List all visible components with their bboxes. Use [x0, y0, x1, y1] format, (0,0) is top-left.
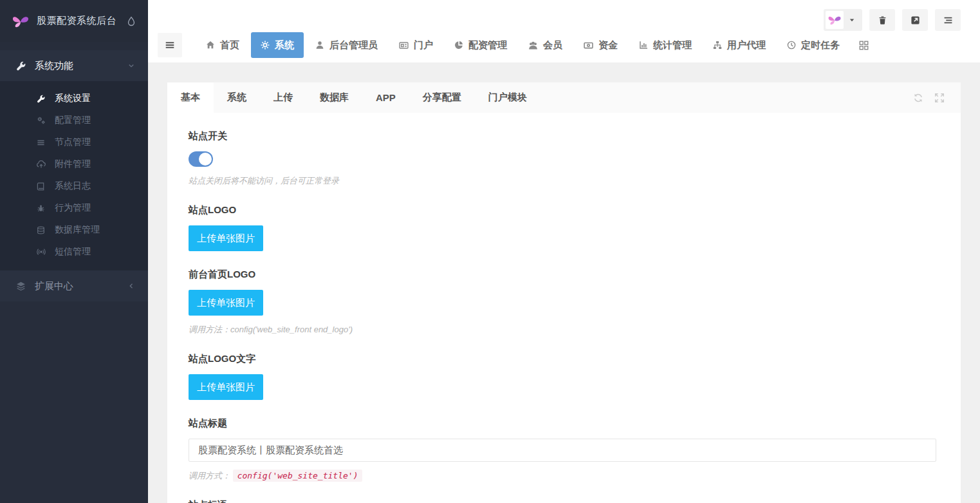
- brand-logo-icon: [12, 14, 30, 29]
- nav-item-agents[interactable]: 用户代理: [703, 32, 775, 58]
- help-prefix: 调用方式：: [189, 471, 230, 480]
- toggle-knob: [199, 153, 212, 166]
- field-label: 站点LOGO: [189, 204, 936, 216]
- field-help: 调用方式： config('web_site_title'): [189, 470, 936, 482]
- sidebar-item-label: 系统日志: [55, 180, 91, 192]
- sidebar-item-label: 系统设置: [55, 93, 91, 104]
- nav-item-label: 门户: [414, 39, 433, 52]
- field-help: 调用方法：config('web_site_front end_logo'): [189, 324, 936, 336]
- user-menu-button[interactable]: [824, 9, 862, 31]
- book-icon: [36, 182, 46, 191]
- sidebar-item-label: 节点管理: [55, 137, 91, 148]
- nav-more-grid-button[interactable]: [851, 32, 876, 58]
- settings-tabs: 基本 系统 上传 数据库 APP 分享配置 门户模块: [167, 82, 961, 113]
- sidebar-item-label: 短信管理: [55, 246, 91, 258]
- sidebar-group-extend[interactable]: 扩展中心: [0, 270, 148, 301]
- main-area: 首页 系统 后台管理员 门户 配资管理: [148, 0, 980, 503]
- tab-app[interactable]: APP: [362, 82, 409, 113]
- nav-item-members[interactable]: 会员: [519, 32, 572, 58]
- nav-item-system[interactable]: 系统: [251, 32, 304, 58]
- sidebar-item-nodes[interactable]: 节点管理: [0, 131, 148, 153]
- fullscreen-icon[interactable]: [934, 93, 945, 103]
- pie-chart-icon: [454, 41, 463, 50]
- basic-settings-form: 站点开关 站点关闭后将不能访问，后台可正常登录 站点LOGO 上传单张图片 前台…: [167, 113, 961, 503]
- nav-item-label: 资金: [598, 39, 618, 52]
- page-content: 基本 系统 上传 数据库 APP 分享配置 门户模块 站点开关: [148, 62, 980, 503]
- sidebar-item-label: 数据库管理: [55, 224, 100, 236]
- sidebar-toggle-button[interactable]: [158, 33, 182, 57]
- chevron-left-icon: [127, 282, 135, 290]
- field-label: 站点LOGO文字: [189, 353, 936, 365]
- site-title-input[interactable]: [189, 439, 936, 462]
- grid-icon: [859, 41, 869, 50]
- sidebar-item-system-settings[interactable]: 系统设置: [0, 88, 148, 109]
- sidebar-item-behavior[interactable]: 行为管理: [0, 197, 148, 219]
- clock-icon: [787, 41, 796, 50]
- upload-image-button[interactable]: 上传单张图片: [189, 374, 263, 400]
- tabstrip-tools: [913, 82, 961, 113]
- nav-item-label: 首页: [220, 39, 239, 52]
- sidebar-item-attachments[interactable]: 附件管理: [0, 153, 148, 175]
- nav-item-label: 用户代理: [727, 39, 766, 52]
- field-site-logo: 站点LOGO 上传单张图片: [189, 204, 936, 251]
- tab-system[interactable]: 系统: [214, 82, 260, 113]
- chevron-down-icon: [127, 62, 135, 70]
- sidebar-item-sms[interactable]: 短信管理: [0, 241, 148, 263]
- sidebar-item-config[interactable]: 配置管理: [0, 109, 148, 131]
- site-switch-toggle[interactable]: [189, 151, 213, 167]
- nav-item-funds[interactable]: 资金: [574, 32, 627, 58]
- field-site-switch: 站点开关 站点关闭后将不能访问，后台可正常登录: [189, 130, 936, 187]
- list-icon: [36, 138, 46, 147]
- bug-icon: [36, 204, 46, 213]
- nav-item-label: 统计管理: [653, 39, 692, 52]
- field-label: 站点开关: [189, 130, 936, 142]
- podcast-icon: [36, 247, 46, 256]
- sidebar-item-database[interactable]: 数据库管理: [0, 219, 148, 241]
- nav-item-portal[interactable]: 门户: [389, 32, 443, 58]
- tab-upload[interactable]: 上传: [260, 82, 306, 113]
- sidebar-submenu: 系统设置 配置管理 节点管理 附件管理 系统日志 行为管理: [0, 81, 148, 270]
- upload-image-button[interactable]: 上传单张图片: [189, 225, 263, 251]
- sidebar-group-system[interactable]: 系统功能: [0, 50, 148, 81]
- field-front-logo: 前台首页LOGO 上传单张图片 调用方法：config('web_site_fr…: [189, 269, 936, 336]
- sidebar-logo-row: 股票配资系统后台: [0, 0, 148, 42]
- tab-portal-module[interactable]: 门户模块: [475, 82, 541, 113]
- drop-icon[interactable]: [126, 16, 136, 26]
- trash-button[interactable]: [869, 9, 895, 31]
- upload-image-button[interactable]: 上传单张图片: [189, 290, 263, 316]
- sidebar-item-label: 配置管理: [55, 115, 91, 126]
- layers-icon: [16, 281, 26, 291]
- refresh-icon[interactable]: [913, 93, 923, 103]
- database-icon: [36, 226, 46, 234]
- nav-item-cron[interactable]: 定时任务: [777, 32, 849, 58]
- nav-item-allocation[interactable]: 配资管理: [445, 32, 517, 58]
- nav-item-statistics[interactable]: 统计管理: [629, 32, 701, 58]
- external-link-button[interactable]: [902, 9, 928, 31]
- users-icon: [528, 41, 538, 50]
- sidebar-item-system-log[interactable]: 系统日志: [0, 175, 148, 197]
- field-label: 站点标题: [189, 417, 936, 430]
- nav-item-label: 系统: [275, 39, 294, 52]
- settings-card: 基本 系统 上传 数据库 APP 分享配置 门户模块 站点开关: [167, 82, 961, 503]
- app-title: 股票配资系统后台: [37, 15, 126, 27]
- sidebar-item-label: 行为管理: [55, 202, 91, 214]
- nav-item-label: 会员: [543, 39, 562, 52]
- field-help: 站点关闭后将不能访问，后台可正常登录: [189, 175, 936, 187]
- nav-item-home[interactable]: 首页: [196, 32, 249, 58]
- newspaper-icon: [399, 41, 409, 50]
- nav-item-admins[interactable]: 后台管理员: [306, 32, 387, 58]
- field-logo-text: 站点LOGO文字 上传单张图片: [189, 353, 936, 400]
- tab-database[interactable]: 数据库: [306, 82, 362, 113]
- align-list-button[interactable]: [935, 9, 961, 31]
- sidebar-group-label: 系统功能: [35, 60, 127, 72]
- field-site-slogan: 站点标语 站点口号，调用方式： config('web_site_slogan'…: [189, 499, 936, 503]
- tab-share-config[interactable]: 分享配置: [409, 82, 475, 113]
- sitemap-icon: [713, 41, 722, 50]
- nav-item-label: 后台管理员: [329, 39, 378, 52]
- gear-icon: [261, 41, 270, 50]
- wrench-icon: [16, 61, 26, 71]
- topnav: 首页 系统 后台管理员 门户 配资管理: [158, 32, 878, 58]
- user-icon: [315, 41, 324, 50]
- tab-basic[interactable]: 基本: [167, 82, 214, 113]
- sidebar: 股票配资系统后台 系统功能 系统设置 配置管理 节点管理 附件管理: [0, 0, 148, 503]
